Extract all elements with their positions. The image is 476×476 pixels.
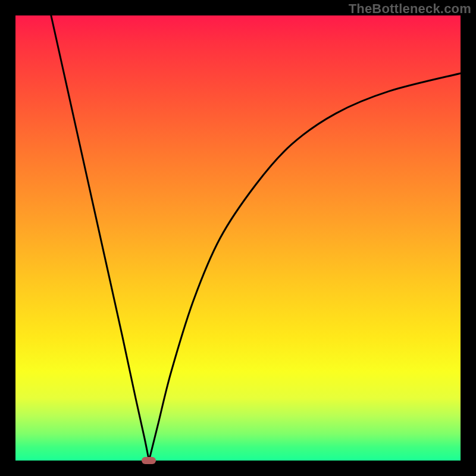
minimum-marker (142, 457, 156, 464)
bottleneck-curve (15, 15, 461, 461)
watermark-text: TheBottleneck.com (349, 1, 471, 17)
curve-path (51, 15, 461, 464)
chart-frame (15, 15, 461, 461)
